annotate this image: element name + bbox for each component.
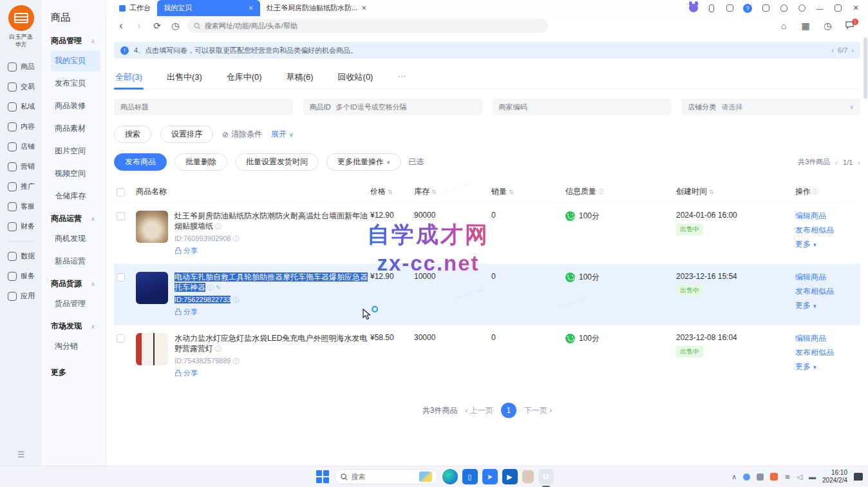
global-search-input[interactable] <box>205 22 542 30</box>
merchant-code-filter[interactable] <box>493 99 672 115</box>
sidebar-item-publish-item[interactable]: 发布宝贝 <box>51 73 100 94</box>
sidebar-group-goods-supply[interactable]: 商品货源∧ <box>51 278 106 289</box>
notification-center-icon[interactable] <box>854 473 863 481</box>
window-mode-icon[interactable] <box>761 4 770 13</box>
more-actions-link[interactable]: 更多▾ <box>795 300 860 311</box>
rail-item-service[interactable]: 服务 <box>0 267 42 285</box>
taskbar-search[interactable] <box>335 469 438 484</box>
sidebar-item-opportunity-discovery[interactable]: 商机发现 <box>51 228 100 249</box>
qianniu-taskbar-icon[interactable]: U <box>538 469 554 484</box>
rail-item-private-domain[interactable]: 私域 <box>0 97 42 116</box>
current-page-button[interactable]: 1 <box>501 403 516 418</box>
sidebar-item-supply-management[interactable]: 货品管理 <box>51 293 100 314</box>
sidebar-item-tao-distribution[interactable]: 淘分销 <box>51 336 100 357</box>
tab-on-sale[interactable]: 出售中(3) <box>165 66 203 89</box>
collection-icon[interactable]: ▦ <box>800 21 811 31</box>
rail-item-goods[interactable]: 商品 <box>0 57 42 76</box>
close-tab-icon[interactable]: ✕ <box>249 5 254 12</box>
edit-item-link[interactable]: 编辑商品 <box>795 272 860 283</box>
tray-app-orange-icon[interactable] <box>770 473 778 481</box>
refresh-icon[interactable]: ⟳ <box>151 21 163 31</box>
edit-icon[interactable]: ✎ <box>216 284 221 291</box>
col-stock[interactable]: 库存⇅ <box>414 186 491 197</box>
set-sort-button[interactable]: 设置排序 <box>160 126 213 143</box>
sidebar-group-goods-operation[interactable]: 商品运营∧ <box>51 213 106 224</box>
expand-button[interactable]: 展开 ∨ <box>271 129 294 140</box>
search-button[interactable]: 搜索 <box>114 126 151 143</box>
row-checkbox[interactable] <box>117 212 125 220</box>
pager-next-icon[interactable]: › <box>858 158 860 166</box>
sidebar-group-goods-management[interactable]: 商品管理∧ <box>51 35 106 46</box>
back-icon[interactable]: ‹ <box>115 20 127 32</box>
rail-item-trade[interactable]: 交易 <box>0 77 42 96</box>
batch-ship-time-button[interactable]: 批量设置发货时间 <box>235 153 319 171</box>
rail-item-marketing[interactable]: 营销 <box>0 157 42 176</box>
sidebar-item-item-decoration[interactable]: 商品装修 <box>51 95 100 117</box>
tray-expand-icon[interactable]: ∧ <box>731 473 737 481</box>
notice-banner[interactable]: ! 4、点击填写问卷，可以获取更匹配您经营意向和品类偏好的机会商品。 ‹ 6/7… <box>114 42 860 59</box>
row-checkbox[interactable] <box>117 273 125 282</box>
sidebar-group-market-discovery[interactable]: 市场发现∧ <box>51 321 106 332</box>
item-id-input[interactable] <box>336 103 476 111</box>
taskbar-app-misc-icon[interactable] <box>522 470 534 483</box>
weather-icon[interactable] <box>419 472 432 482</box>
maximize-button[interactable] <box>833 4 842 13</box>
title-filter-input[interactable] <box>120 103 287 111</box>
merchant-code-input[interactable] <box>499 103 665 111</box>
sidebar-item-my-items[interactable]: 我的宝贝 <box>51 50 100 72</box>
recent-icon[interactable]: ◷ <box>822 21 833 31</box>
banner-prev-icon[interactable]: ‹ <box>831 46 834 54</box>
sidebar-item-item-material[interactable]: 商品素材 <box>51 118 100 139</box>
history-icon[interactable]: ◷ <box>169 21 181 31</box>
share-link[interactable]: 凸分享 <box>175 246 370 256</box>
tab-drafts[interactable]: 草稿(6) <box>285 66 315 89</box>
item-thumbnail[interactable] <box>136 333 168 365</box>
item-title[interactable]: 灶王爷厨房防油贴纸防水防潮防火耐高温灶台墙面新年油烟贴膜墙纸ⓘ <box>175 211 370 232</box>
rail-item-content[interactable]: 内容 <box>0 117 42 136</box>
minimize-button[interactable]: — <box>815 4 824 13</box>
shop-category-select[interactable]: 店铺分类 请选择 ∨ <box>681 99 860 115</box>
publish-item-button[interactable]: 发布商品 <box>114 153 167 171</box>
tab-product-page[interactable]: 灶王爷厨房防油贴纸防水防... ✕ <box>260 0 373 16</box>
batch-delete-button[interactable]: 批量删除 <box>175 153 227 171</box>
help-icon[interactable]: ? <box>743 4 752 13</box>
more-actions-link[interactable]: 更多▾ <box>795 239 860 250</box>
clear-conditions-button[interactable]: ⊘ 清除条件 <box>222 129 262 140</box>
sidebar-item-video-space[interactable]: 视频空间 <box>51 163 100 184</box>
tab-workbench[interactable]: 工作台 <box>113 0 157 16</box>
copy-icon[interactable]: ⓘ <box>232 296 239 303</box>
taskbar-clock[interactable]: 16:10 2024/2/4 <box>822 469 847 484</box>
forward-icon[interactable]: › <box>133 20 145 32</box>
battery-icon[interactable]: ▬ <box>809 473 816 481</box>
prev-page-button[interactable]: ‹ 上一页 <box>466 405 493 416</box>
plugin-icon[interactable] <box>779 4 788 13</box>
shop-logo[interactable] <box>8 5 34 31</box>
tray-app-icon[interactable] <box>757 473 764 481</box>
edit-item-link[interactable]: 编辑商品 <box>795 333 860 344</box>
share-link[interactable]: 凸分享 <box>175 368 370 378</box>
rail-item-data[interactable]: 数据 <box>0 247 42 265</box>
more-actions-link[interactable]: 更多▾ <box>795 361 860 372</box>
item-title[interactable]: 电动车扎胎自救工具轮胎助推器摩托车拖车器爆胎应急器托车神器ⓘ✎ <box>175 272 370 293</box>
tab-recycle-bin[interactable]: 回收站(0) <box>337 66 375 89</box>
row-checkbox[interactable] <box>117 334 125 343</box>
rail-item-apps[interactable]: 应用 <box>0 287 42 305</box>
copy-icon[interactable]: ⓘ <box>232 235 239 242</box>
col-created-time[interactable]: 创建时间⇅ <box>676 186 795 197</box>
taskbar-app-video-icon[interactable]: ▶ <box>502 469 518 484</box>
tablet-icon[interactable] <box>725 4 734 13</box>
taskbar-app-pointer-icon[interactable]: ➤ <box>482 469 498 484</box>
scrollbar[interactable] <box>863 37 867 99</box>
sidebar-more[interactable]: 更多 <box>51 367 106 378</box>
taskbar-search-input[interactable] <box>352 473 403 481</box>
item-thumbnail[interactable] <box>136 211 168 243</box>
collapse-menu-icon[interactable]: ☰ <box>17 450 25 459</box>
sidebar-item-image-space[interactable]: 图片空间 <box>51 140 100 162</box>
tab-my-items[interactable]: 我的宝贝 ✕ <box>157 0 260 16</box>
home-icon[interactable]: ⌂ <box>778 21 789 31</box>
title-filter[interactable] <box>114 99 293 115</box>
tab-in-warehouse[interactable]: 仓库中(0) <box>225 66 263 89</box>
rail-item-shop[interactable]: 店铺 <box>0 137 42 156</box>
edge-browser-icon[interactable] <box>442 469 458 484</box>
qianniu-mascot-icon[interactable] <box>689 4 698 13</box>
